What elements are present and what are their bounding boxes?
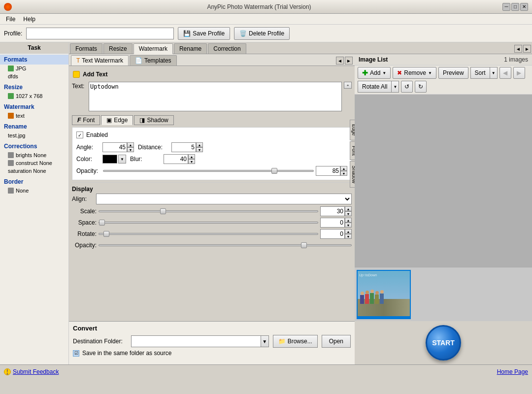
space-down[interactable]: ▼ [345,223,352,228]
rotate-slider-thumb[interactable] [103,231,109,237]
space-row: Space: ▲ ▼ [72,218,352,228]
construct-item[interactable]: construct None [0,159,68,167]
blur-up[interactable]: ▲ [188,154,195,159]
space-input[interactable] [320,218,345,228]
delete-icon: 🗑️ [239,30,247,37]
rotate-all-button[interactable]: Rotate All [358,81,391,93]
angle-input[interactable] [102,142,127,152]
start-button[interactable]: START [426,325,461,361]
opacity-slider-container [103,166,314,176]
opacity-slider-thumb[interactable] [271,168,277,174]
browse-button[interactable]: 📁 Browse... [273,335,318,348]
tab-watermark[interactable]: Watermark [133,43,173,54]
rotate-input[interactable] [320,229,345,239]
minimize-button[interactable]: ─ [502,3,510,11]
text-scroll-up[interactable]: + [344,82,352,89]
sort-dropdown-arrow[interactable]: ▼ [490,67,498,79]
save-profile-button[interactable]: 💾 Save Profile [178,27,230,40]
angle-down[interactable]: ▼ [127,147,134,152]
nav-next-button[interactable]: ▶ [513,67,525,79]
rotate-ccw-button[interactable]: ↺ [401,81,413,93]
color-swatch[interactable] [102,155,117,164]
color-dropdown-button[interactable]: ▼ [118,155,126,164]
style-tab-shadow[interactable]: ◨ Shadow [134,115,173,125]
tab-templates[interactable]: 📄 Templates [130,55,177,66]
align-select[interactable] [96,194,352,204]
distance-input[interactable] [171,142,196,152]
opacity-slider[interactable] [103,170,314,172]
open-button[interactable]: Open [322,335,351,348]
sort-button[interactable]: Sort [470,67,490,79]
same-folder-checkbox[interactable]: ☑ [73,350,79,357]
nav-prev-button[interactable]: ◀ [499,67,511,79]
home-page-link[interactable]: Home Page [497,368,528,375]
tab-rename[interactable]: Rename [174,43,207,54]
thumbnail-item[interactable]: Up↑toDown [357,270,411,319]
angle-up[interactable]: ▲ [127,142,134,147]
menu-file[interactable]: File [2,15,19,24]
dest-folder-row: Destination Folder: ▼ 📁 Browse... Open [73,335,351,348]
scale-up[interactable]: ▲ [345,206,352,211]
rotate-cw-button[interactable]: ↻ [415,81,427,93]
opacity-up[interactable]: ▲ [340,166,347,171]
watermark-tab-prev[interactable]: ◄ [336,57,344,65]
profile-label: Profile: [4,30,22,37]
display-opacity-slider-thumb[interactable] [301,242,307,248]
tab-resize[interactable]: Resize [103,43,133,54]
tab-next-button[interactable]: ► [523,45,531,53]
watermark-section-title: Watermark [0,102,68,112]
watermark-tab-next[interactable]: ► [345,57,353,65]
rotate-slider[interactable] [99,233,318,235]
blur-down[interactable]: ▼ [188,159,195,164]
formats-dfds[interactable]: dfds [0,72,68,80]
space-slider[interactable] [99,222,318,224]
preview-button[interactable]: Preview [438,67,468,79]
distance-down[interactable]: ▼ [196,147,203,152]
scale-slider-container [99,206,318,216]
space-up[interactable]: ▲ [345,218,352,223]
rotate-all-dropdown-arrow[interactable]: ▼ [391,81,399,93]
enabled-checkbox[interactable] [76,131,83,138]
distance-up[interactable]: ▲ [196,142,203,147]
scale-down[interactable]: ▼ [345,211,352,216]
border-item[interactable]: None [0,187,68,195]
blur-spin: ▲ ▼ [188,154,195,164]
watermark-text-item[interactable]: text [0,112,68,120]
submit-feedback-button[interactable]: ! Submit Feedback [4,368,59,375]
rename-item[interactable]: test.jpg [0,131,68,139]
brights-item[interactable]: brights None [0,151,68,159]
shadow-vertical-tab[interactable]: Shadow [350,161,355,188]
tab-formats[interactable]: Formats [70,43,102,54]
delete-profile-button[interactable]: 🗑️ Delete Profile [234,27,290,40]
edge-vertical-tab[interactable]: Edge [350,120,355,140]
close-button[interactable]: ✕ [520,3,528,11]
opacity-input[interactable] [316,166,340,176]
style-tab-font[interactable]: F Font [72,115,100,125]
blur-input[interactable] [164,154,188,164]
rotate-down[interactable]: ▼ [345,234,352,239]
rotate-up[interactable]: ▲ [345,229,352,234]
restore-button[interactable]: □ [511,3,519,11]
scale-slider-thumb[interactable] [160,208,166,214]
font-vertical-tab[interactable]: Font [350,141,355,160]
tab-text-watermark[interactable]: T Text Watermark [71,55,129,66]
profile-input[interactable] [26,28,174,39]
tab-prev-button[interactable]: ◄ [514,45,522,53]
distance-input-group: ▲ ▼ [171,142,203,152]
watermark-text-input[interactable]: Uptodown [89,82,342,111]
add-button[interactable]: ✚ Add ▼ [358,67,391,79]
style-tab-edge[interactable]: ▣ Edge [101,115,133,125]
display-opacity-slider[interactable] [99,244,352,246]
remove-button[interactable]: ✖ Remove ▼ [393,67,436,79]
dest-folder-arrow[interactable]: ▼ [261,335,269,347]
saturation-item[interactable]: saturation None [0,167,68,175]
opacity-down[interactable]: ▼ [340,171,347,176]
menu-help[interactable]: Help [19,15,39,24]
formats-jpg[interactable]: JPG [0,65,68,72]
dest-folder-input[interactable] [131,335,261,347]
tab-correction[interactable]: Correction [208,43,246,54]
scale-slider[interactable] [99,210,318,212]
space-slider-thumb[interactable] [99,220,105,226]
resize-item[interactable]: 1027 x 768 [0,92,68,100]
scale-input[interactable] [320,206,345,216]
